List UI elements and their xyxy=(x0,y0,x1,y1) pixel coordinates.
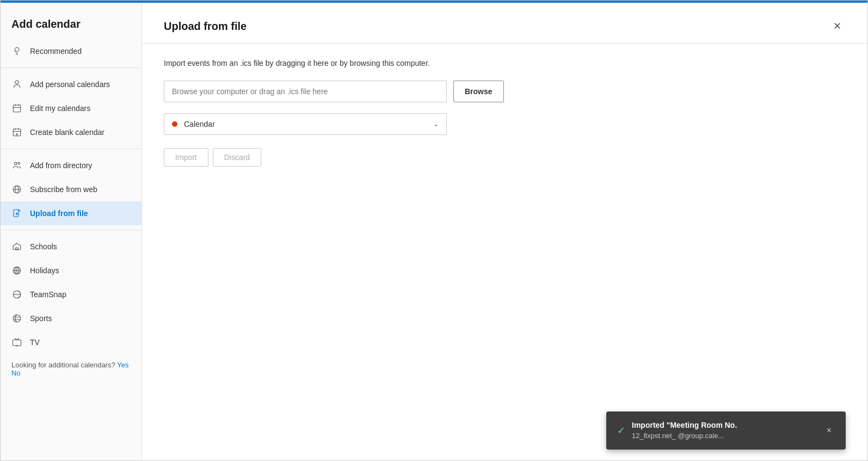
toast-check-icon: ✓ xyxy=(617,425,625,437)
sidebar-item-recommended[interactable]: Recommended xyxy=(1,39,141,63)
svg-rect-27 xyxy=(13,340,21,346)
calendar-select-dropdown[interactable]: Calendar ⌄ xyxy=(164,113,447,135)
holidays-icon xyxy=(11,265,22,276)
school-icon xyxy=(11,241,22,252)
sidebar-label-recommended: Recommended xyxy=(30,47,82,56)
toast-title: Imported "Meeting Room No. xyxy=(632,420,817,431)
file-input-row: Browse xyxy=(164,81,846,102)
main-content: Upload from file ✕ Import events from an… xyxy=(142,3,867,460)
sidebar-divider-2 xyxy=(1,149,141,149)
browse-button[interactable]: Browse xyxy=(453,81,504,102)
tv-icon xyxy=(11,337,22,348)
svg-point-13 xyxy=(18,162,20,164)
sidebar-label-edit-calendars: Edit my calendars xyxy=(30,104,90,113)
sidebar-label-teamsnap: TeamSnap xyxy=(30,290,66,299)
sidebar-label-holidays: Holidays xyxy=(30,266,59,275)
calendar-edit-icon xyxy=(11,103,22,114)
file-path-input[interactable] xyxy=(164,81,447,102)
sidebar-item-add-directory[interactable]: Add from directory xyxy=(1,153,141,177)
calendar-select-label: Calendar xyxy=(184,120,433,128)
modal-container: Add calendar Recommended Add personal ca… xyxy=(0,0,868,461)
sidebar-item-schools[interactable]: Schools xyxy=(1,235,141,259)
footer-no-link[interactable]: No xyxy=(11,369,21,377)
toast-subtitle: 12_fixpst.net_ @group.cale... xyxy=(632,431,817,441)
chevron-down-icon: ⌄ xyxy=(433,120,439,128)
description-text: Import events from an .ics file by dragg… xyxy=(164,59,846,67)
sidebar-item-teamsnap[interactable]: TeamSnap xyxy=(1,282,141,306)
globe-icon xyxy=(11,184,22,195)
sidebar-item-sports[interactable]: Sports xyxy=(1,306,141,330)
person-icon xyxy=(11,79,22,90)
sidebar-label-add-personal: Add personal calendars xyxy=(30,80,110,89)
people-icon xyxy=(11,160,22,171)
sidebar-item-holidays[interactable]: Holidays xyxy=(1,259,141,282)
sidebar-item-edit-calendars[interactable]: Edit my calendars xyxy=(1,96,141,120)
file-upload-icon xyxy=(11,208,22,219)
sidebar-label-schools: Schools xyxy=(30,242,57,251)
sidebar-item-tv[interactable]: TV xyxy=(1,330,141,354)
sidebar-divider-3 xyxy=(1,230,141,230)
svg-point-26 xyxy=(13,315,21,322)
sidebar-label-create-blank: Create blank calendar xyxy=(30,128,104,137)
sports-icon xyxy=(11,313,22,324)
svg-rect-2 xyxy=(13,105,21,112)
toast-text-block: Imported "Meeting Room No. 12_fixpst.net… xyxy=(632,420,817,441)
discard-button[interactable]: Discard xyxy=(213,148,261,167)
action-row: Import Discard xyxy=(164,148,846,167)
calendar-plus-icon xyxy=(11,127,22,138)
close-button[interactable]: ✕ xyxy=(829,18,846,34)
svg-rect-20 xyxy=(16,248,19,250)
footer-text: Looking for additional calendars? xyxy=(11,361,115,369)
modal-body: Add calendar Recommended Add personal ca… xyxy=(1,3,867,460)
sidebar-label-subscribe-web: Subscribe from web xyxy=(30,185,97,194)
sidebar-label-tv: TV xyxy=(30,338,40,347)
sidebar-item-create-blank[interactable]: Create blank calendar xyxy=(1,120,141,144)
toast-notification: ✓ Imported "Meeting Room No. 12_fixpst.n… xyxy=(606,411,846,450)
toast-close-button[interactable]: × xyxy=(823,425,835,437)
svg-rect-17 xyxy=(14,210,19,217)
sidebar-item-add-personal[interactable]: Add personal calendars xyxy=(1,72,141,96)
lightbulb-icon xyxy=(11,46,22,57)
sidebar-item-upload-file[interactable]: Upload from file xyxy=(1,201,141,225)
svg-point-1 xyxy=(15,81,19,84)
footer-yes-link[interactable]: Yes xyxy=(117,361,128,369)
calendar-color-dot xyxy=(172,121,177,127)
sidebar-item-subscribe-web[interactable]: Subscribe from web xyxy=(1,177,141,201)
sidebar-title: Add calendar xyxy=(1,3,141,39)
main-title: Upload from file xyxy=(164,20,247,33)
sidebar-footer: Looking for additional calendars? Yes No xyxy=(1,354,141,384)
sidebar-label-upload-file: Upload from file xyxy=(30,209,88,218)
main-header: Upload from file ✕ xyxy=(142,3,867,44)
sidebar: Add calendar Recommended Add personal ca… xyxy=(1,3,142,460)
svg-point-12 xyxy=(15,162,17,165)
sidebar-label-add-directory: Add from directory xyxy=(30,161,92,170)
sidebar-divider-1 xyxy=(1,67,141,68)
teamsnap-icon xyxy=(11,289,22,300)
sidebar-label-sports: Sports xyxy=(30,314,52,323)
main-inner: Import events from an .ics file by dragg… xyxy=(142,44,867,460)
import-button[interactable]: Import xyxy=(164,148,208,167)
